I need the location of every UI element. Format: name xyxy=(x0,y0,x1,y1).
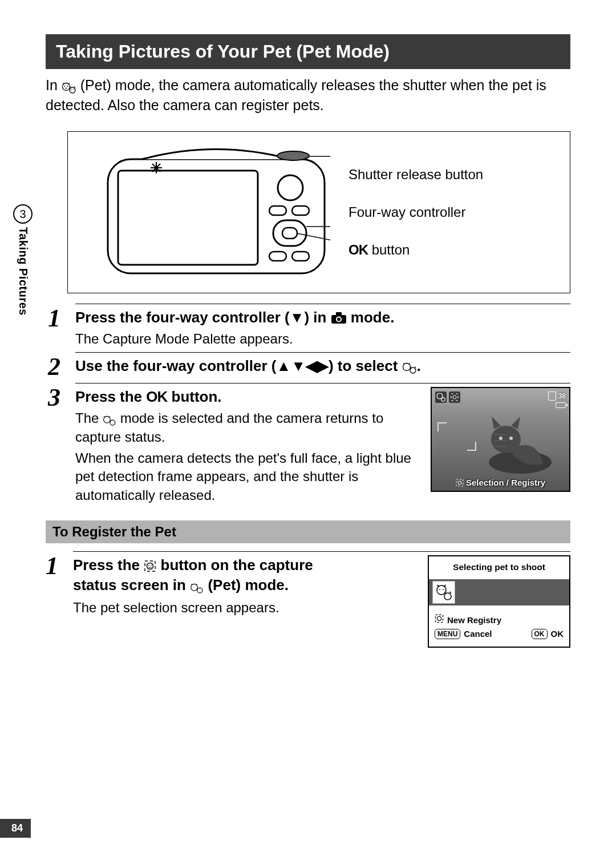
t: Press the four-way controller ( xyxy=(75,309,290,326)
preview-topright: 38 xyxy=(548,391,566,408)
svg-rect-14 xyxy=(269,206,286,215)
t: Press the xyxy=(73,556,144,574)
intro-text: (Pet) mode, the camera automatically rel… xyxy=(46,77,546,113)
step-desc: The pet selection screen appears. xyxy=(73,599,412,617)
svg-point-30 xyxy=(110,420,115,425)
camera-icon xyxy=(331,309,351,326)
intro-prefix: In xyxy=(46,77,62,93)
step-desc: The mode is selected and the camera retu… xyxy=(75,409,420,447)
camera-preview: 38 xyxy=(431,387,570,492)
svg-rect-8 xyxy=(118,171,258,265)
preview-overlay-text: Selection / Registry xyxy=(432,478,569,487)
t: ) in xyxy=(304,309,330,326)
down-arrow-icon: ▼ xyxy=(290,309,305,326)
battery-icon xyxy=(556,402,566,408)
svg-point-2 xyxy=(67,86,68,87)
camera-illustration xyxy=(102,142,330,282)
svg-point-32 xyxy=(441,397,445,401)
menu-title: Selecting pet to shoot xyxy=(429,556,569,579)
face-detect-icon xyxy=(449,391,460,403)
pet-selection-menu: Selecting pet to shoot xyxy=(428,555,570,648)
step-title: Press the four-way controller (▼) in mod… xyxy=(75,308,570,328)
step-desc: The Capture Mode Palette appears. xyxy=(75,330,570,348)
controller-label: Four-way controller xyxy=(348,204,483,221)
menu-bottom: New Registry MENU Cancel OK OK xyxy=(429,605,569,647)
camera-diagram: Shutter release button Four-way controll… xyxy=(67,131,570,293)
svg-rect-24 xyxy=(336,312,342,316)
cat-illustration xyxy=(480,412,554,475)
t: Use the four-way controller ( xyxy=(75,357,277,374)
subheader: To Register the Pet xyxy=(46,520,570,543)
svg-point-26 xyxy=(337,318,341,321)
ok-line: OK OK xyxy=(532,627,564,641)
svg-point-7 xyxy=(277,151,309,160)
step-title: Press the OK button. xyxy=(75,387,420,407)
t: . xyxy=(417,357,421,374)
t: button on the capture xyxy=(161,556,313,574)
new-registry-label: New Registry xyxy=(447,613,501,627)
pet-slot xyxy=(432,581,455,604)
t: status screen in xyxy=(73,576,190,593)
svg-point-43 xyxy=(148,565,149,566)
chapter-title: Taking Pictures xyxy=(17,227,30,316)
t: button. xyxy=(167,388,221,405)
focus-frame-icon xyxy=(437,422,476,451)
svg-point-37 xyxy=(499,437,502,440)
pet-icon xyxy=(402,357,417,377)
step-number: 3 xyxy=(48,385,75,410)
step-2: 2 Use the four-way controller (▲▼◀▶) to … xyxy=(48,352,570,379)
svg-rect-33 xyxy=(451,394,458,401)
t: mode. xyxy=(351,309,395,326)
svg-rect-18 xyxy=(269,252,286,261)
arrows-icon: ▲▼◀▶ xyxy=(277,357,329,374)
step-body: Press the four-way controller (▼) in mod… xyxy=(75,304,570,348)
svg-rect-51 xyxy=(435,615,443,622)
svg-point-48 xyxy=(439,589,440,590)
cancel-line: MENU Cancel xyxy=(435,627,492,641)
ok-button-label: OK button xyxy=(348,241,483,259)
shutter-label: Shutter release button xyxy=(348,166,483,183)
pet-icon xyxy=(190,576,204,596)
svg-point-34 xyxy=(453,395,456,399)
svg-point-44 xyxy=(151,565,152,566)
ok-glyph: OK xyxy=(146,388,167,405)
register-step-1: 1 Press the button xyxy=(46,551,570,648)
svg-point-13 xyxy=(278,175,303,200)
svg-rect-41 xyxy=(145,561,155,571)
face-button-icon xyxy=(435,613,444,627)
chapter-tab: 3 Taking Pictures xyxy=(13,204,33,316)
svg-point-40 xyxy=(458,481,461,484)
t: Selection / Registry xyxy=(466,478,545,487)
diagram-labels: Shutter release button Four-way controll… xyxy=(348,166,483,259)
step-number: 2 xyxy=(48,354,75,379)
step-title: Use the four-way controller (▲▼◀▶) to se… xyxy=(75,356,570,377)
step-title: Press the button on the capture status s… xyxy=(73,555,412,596)
step-number: 1 xyxy=(48,306,75,331)
svg-point-28 xyxy=(410,368,416,373)
svg-point-38 xyxy=(509,437,513,440)
pet-mode-icon xyxy=(435,391,447,403)
svg-point-52 xyxy=(437,616,441,620)
t: mode is selected and the camera returns … xyxy=(75,410,383,445)
step-3: 3 Press the OK button. The xyxy=(48,383,570,505)
ok-label: OK xyxy=(551,627,564,641)
step-desc-2: When the camera detects the pet's full f… xyxy=(75,449,420,504)
svg-point-49 xyxy=(443,589,444,590)
svg-point-46 xyxy=(197,588,202,593)
svg-rect-19 xyxy=(292,252,309,261)
face-icon xyxy=(456,479,464,487)
svg-point-4 xyxy=(71,89,72,90)
steps-list: 1 Press the four-way controller (▼) in m… xyxy=(48,304,570,504)
manual-page: Taking Pictures of Your Pet (Pet Mode) I… xyxy=(0,0,616,848)
t: Press the xyxy=(75,388,146,405)
svg-point-5 xyxy=(73,89,74,90)
face-button-icon xyxy=(144,558,156,570)
svg-point-3 xyxy=(70,87,75,93)
menu-key-icon: MENU xyxy=(435,629,460,639)
step-body: Press the button on the capture status s… xyxy=(73,551,570,648)
cancel-label: Cancel xyxy=(464,627,492,641)
svg-rect-39 xyxy=(456,479,463,486)
step-1: 1 Press the four-way controller (▼) in m… xyxy=(48,304,570,348)
sd-card-icon xyxy=(548,391,556,401)
new-registry-line: New Registry xyxy=(435,613,564,627)
